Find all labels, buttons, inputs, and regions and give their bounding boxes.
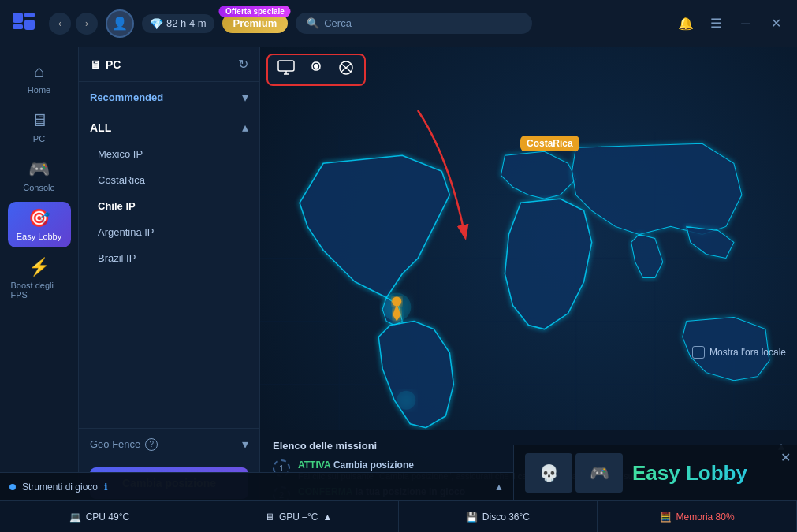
- gpu-icon: 🖥: [265, 512, 274, 523]
- forward-button[interactable]: ›: [76, 13, 98, 35]
- playstation-platform-icon[interactable]: [307, 60, 325, 80]
- chevron-down-icon: ▾: [242, 90, 248, 105]
- avatar[interactable]: 👤: [106, 9, 134, 38]
- local-time-row: Mostra l'ora locale: [692, 346, 786, 359]
- red-arrow: [386, 95, 544, 268]
- search-bar[interactable]: 🔍 Cerca: [296, 13, 532, 34]
- console-icon: 🎮: [28, 159, 50, 180]
- svg-rect-3: [24, 20, 35, 30]
- all-section[interactable]: ALL ▴: [79, 113, 259, 141]
- close-button[interactable]: ✕: [764, 12, 788, 35]
- memory-icon: 🧮: [660, 512, 672, 523]
- menu-icon[interactable]: ☰: [704, 12, 728, 35]
- xp-badge: 💎 82 h 4 m: [142, 14, 214, 33]
- gpu-expand-icon[interactable]: ▲: [322, 512, 332, 523]
- header: ‹ › 👤 💎 82 h 4 m Offerta speciale Premiu…: [0, 0, 797, 47]
- svg-point-17: [392, 297, 401, 307]
- easy-lobby-overlay: 💀 🎮 Easy Lobby ✕: [513, 445, 797, 500]
- server-list: Mexico IP CostaRica Chile IP Argentina I…: [79, 141, 259, 428]
- chevron-up-icon: ▴: [242, 120, 248, 135]
- disk-icon: 💾: [466, 512, 478, 523]
- offerta-badge: Offerta speciale: [219, 6, 291, 17]
- refresh-icon[interactable]: ↻: [238, 57, 248, 72]
- easylobby-icon: 🎯: [28, 208, 50, 229]
- strumenti-dot: [9, 484, 16, 490]
- svg-rect-0: [13, 13, 23, 23]
- expand-strumenti-icon[interactable]: ▲: [494, 482, 504, 493]
- left-panel: 🖥 PC ↻ Recommended ▾ ALL ▴ Mexico IP Cos…: [79, 47, 260, 532]
- cpu-icon: 💻: [69, 512, 81, 523]
- sidebar-item-home[interactable]: ⌂ Home: [8, 55, 71, 101]
- footer: 💻 CPU 49°C 🖥 GPU –°C ▲ 💾 Disco 36°C 🧮 Me…: [0, 500, 797, 532]
- platform-selector: [266, 54, 366, 86]
- server-item-brazil[interactable]: Brazil IP: [79, 245, 259, 271]
- geo-help-icon[interactable]: ?: [145, 438, 158, 451]
- panel-title: 🖥 PC: [90, 58, 121, 71]
- svg-point-15: [397, 391, 415, 410]
- home-icon: ⌂: [34, 61, 44, 82]
- server-item-chile[interactable]: Chile IP: [79, 193, 259, 219]
- easy-lobby-close-icon[interactable]: ✕: [780, 450, 791, 465]
- panel-header: 🖥 PC ↻: [79, 47, 259, 82]
- server-item-costarica[interactable]: CostaRica: [79, 167, 259, 193]
- thumb-images: 💀 🎮: [525, 453, 623, 493]
- sidebar-item-boost[interactable]: ⚡ Boost degli FPS: [8, 251, 71, 306]
- sidebar-item-console[interactable]: 🎮 Console: [8, 153, 71, 199]
- xbox-platform-icon[interactable]: [337, 60, 355, 80]
- search-icon: 🔍: [307, 17, 319, 29]
- sidebar: ⌂ Home 🖥 PC 🎮 Console 🎯 Easy Lobby ⚡ Boo…: [0, 47, 79, 532]
- footer-memory: 🧮 Memoria 80%: [598, 501, 797, 532]
- strumenti-bar: Strumenti di gioco ℹ ▲: [0, 472, 513, 500]
- recommended-section[interactable]: Recommended ▾: [79, 82, 259, 113]
- geo-fence-section[interactable]: Geo Fence ? ▾: [79, 428, 259, 459]
- svg-rect-18: [278, 61, 294, 71]
- strumenti-info-icon[interactable]: ℹ: [104, 482, 108, 493]
- svg-point-21: [314, 64, 318, 69]
- thumb-1: 💀: [525, 453, 572, 493]
- thumb-2: 🎮: [575, 453, 623, 493]
- premium-button[interactable]: Offerta speciale Premium: [222, 13, 289, 33]
- sidebar-item-pc[interactable]: 🖥 PC: [8, 104, 71, 150]
- header-nav: ‹ ›: [49, 13, 98, 35]
- svg-rect-2: [13, 24, 23, 29]
- footer-gpu: 🖥 GPU –°C ▲: [199, 501, 399, 532]
- pc-icon: 🖥: [31, 110, 48, 131]
- notification-icon[interactable]: 🔔: [674, 12, 698, 35]
- server-item-mexico[interactable]: Mexico IP: [79, 141, 259, 167]
- server-item-argentina[interactable]: Argentina IP: [79, 219, 259, 245]
- local-time-checkbox[interactable]: [692, 346, 705, 359]
- header-icons: 🔔 ☰ ─ ✕: [674, 12, 788, 35]
- svg-rect-1: [24, 13, 35, 17]
- chevron-down-geo-icon: ▾: [242, 437, 248, 452]
- monitor-platform-icon[interactable]: [277, 60, 295, 80]
- boost-icon: ⚡: [28, 257, 50, 277]
- sidebar-item-easylobby[interactable]: 🎯 Easy Lobby: [8, 202, 71, 247]
- minimize-button[interactable]: ─: [734, 12, 758, 35]
- back-button[interactable]: ‹: [49, 13, 71, 35]
- app-logo: [9, 8, 41, 39]
- footer-disk: 💾 Disco 36°C: [399, 501, 598, 532]
- footer-cpu: 💻 CPU 49°C: [0, 501, 199, 532]
